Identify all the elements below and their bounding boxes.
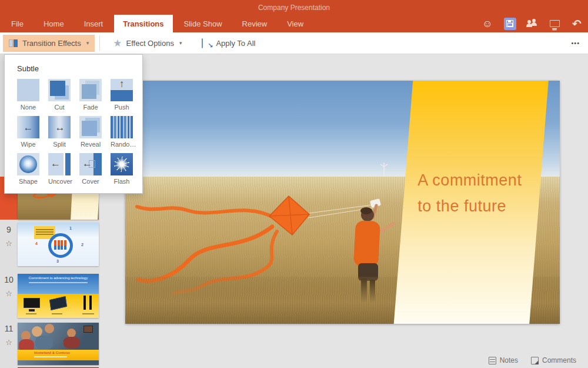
apply-to-all-button[interactable]: ↘ Apply To All — [196, 35, 261, 52]
slide-thumbnail-9[interactable]: 1 4 2 3 — [18, 223, 99, 266]
star-icon: ★ — [113, 37, 122, 49]
slide-thumbnail-10[interactable]: Commitment to advancing technology — [18, 274, 99, 318]
transition-cut-icon — [48, 79, 71, 101]
transition-uncover-icon: ← — [48, 153, 71, 175]
thumb-banner-text: Homeland & Contoso — [34, 351, 70, 354]
transition-group-label: Subtle — [17, 64, 142, 73]
statusbar: Notes Comments — [489, 356, 576, 364]
slide-number: 11 — [0, 324, 18, 333]
ribbon-divider — [99, 35, 100, 51]
present-display-icon[interactable] — [548, 17, 561, 30]
undo-icon[interactable]: ↶ — [570, 17, 583, 30]
chevron-down-icon: ▾ — [179, 40, 182, 46]
ribbon-tabbar: File Home Insert Transitions Slide Show … — [0, 15, 588, 32]
kite — [269, 196, 309, 235]
smiley-icon[interactable]: ☺ — [481, 17, 494, 30]
speaker-art — [89, 296, 92, 310]
titlebar: Company Presentation — [0, 0, 588, 15]
comments-icon — [531, 357, 539, 364]
transition-none-icon — [17, 79, 39, 101]
transition-random-bars-icon — [111, 116, 133, 138]
notes-label: Notes — [500, 356, 518, 364]
transition-random-bars[interactable]: Rando… — [111, 116, 133, 148]
tab-view[interactable]: View — [278, 15, 312, 32]
apply-to-all-icon: ↘ — [202, 39, 212, 47]
slide-11-number-column: 11 ☆ — [0, 324, 18, 347]
slide-heading[interactable]: A commitment to the future — [417, 167, 522, 219]
effect-options-label: Effect Options — [126, 39, 174, 48]
transition-fade-icon — [79, 79, 102, 101]
slide-heading-line1: A commitment — [417, 167, 522, 193]
tab-slideshow[interactable]: Slide Show — [175, 15, 231, 32]
share-people-icon[interactable] — [526, 17, 539, 30]
speaker-art — [83, 296, 86, 310]
transition-none[interactable]: None — [17, 79, 39, 111]
slide-10-number-column: 10 ☆ — [0, 275, 18, 298]
effect-options-button[interactable]: ★ Effect Options ▾ — [107, 35, 188, 52]
comments-label: Comments — [542, 356, 576, 364]
thumb-title: Commitment to advancing technology — [18, 276, 99, 280]
tab-transitions[interactable]: Transitions — [114, 15, 172, 32]
transitions-dropdown-panel: Subtle None Cut Fade ↑ Push ← — [4, 54, 143, 194]
transition-uncover[interactable]: ← Uncover — [48, 153, 71, 185]
comments-button[interactable]: Comments — [531, 356, 576, 364]
tv-art — [49, 296, 67, 310]
notes-button[interactable]: Notes — [489, 356, 518, 364]
transition-effects-label: Transition Effects — [22, 39, 81, 48]
apply-to-all-label: Apply To All — [216, 39, 255, 48]
tab-home[interactable]: Home — [35, 15, 73, 32]
notes-icon — [489, 357, 496, 364]
transition-star-icon: ☆ — [0, 289, 18, 298]
transition-split[interactable]: ↔ Split — [48, 116, 71, 148]
transition-fade[interactable]: Fade — [79, 79, 102, 111]
transition-wipe[interactable]: ← Wipe — [17, 116, 39, 148]
tv-art — [24, 298, 40, 308]
transition-shape[interactable]: Shape — [17, 153, 39, 185]
slide-thumbnail-11[interactable]: Homeland & Contoso — [18, 323, 99, 365]
tab-file[interactable]: File — [2, 15, 32, 32]
transition-split-icon: ↔ — [48, 116, 71, 138]
tab-review[interactable]: Review — [233, 15, 276, 32]
transition-flash[interactable]: Flash — [111, 153, 133, 185]
transition-push[interactable]: ↑ Push — [111, 79, 133, 111]
transition-cover[interactable]: ← Cover — [79, 153, 102, 185]
transition-flash-icon — [111, 153, 133, 175]
transition-push-icon: ↑ — [111, 79, 133, 101]
save-icon[interactable] — [503, 17, 516, 30]
editing-canvas: A commitment to the future Notes Comment… — [100, 54, 588, 368]
current-slide[interactable]: A commitment to the future — [125, 81, 560, 324]
slide-number: 10 — [0, 275, 18, 284]
transition-effects-icon — [9, 39, 18, 48]
transition-star-icon: ☆ — [0, 338, 18, 347]
transition-tile-grid: None Cut Fade ↑ Push ← Wipe ↔ — [17, 79, 142, 185]
chevron-down-icon: ▾ — [86, 40, 89, 46]
slide-9-number-column: 9 ☆ — [0, 225, 18, 248]
transition-star-icon: ☆ — [0, 239, 18, 248]
document-title: Company Presentation — [258, 4, 330, 12]
transition-effects-button[interactable]: Transition Effects ▾ — [3, 35, 95, 52]
transition-reveal[interactable]: Reveal — [79, 116, 102, 148]
transition-cut[interactable]: Cut — [48, 79, 71, 111]
titlebar-icon-group: ☺ ↶ — [481, 15, 583, 32]
powerpoint-window: Company Presentation File Home Insert Tr… — [0, 0, 588, 368]
transition-reveal-icon — [79, 116, 102, 138]
transition-shape-icon — [17, 153, 39, 175]
transition-wipe-icon: ← — [17, 116, 39, 138]
transition-cover-icon: ← — [79, 153, 102, 175]
slide-number: 9 — [0, 225, 18, 234]
picture-frame-art — [83, 326, 93, 333]
tab-insert[interactable]: Insert — [75, 15, 112, 32]
ribbon: Transition Effects ▾ ★ Effect Options ▾ … — [0, 32, 588, 54]
slide-heading-line2: to the future — [417, 193, 522, 219]
thumb-banner: Homeland & Contoso — [18, 350, 99, 360]
ribbon-more-button[interactable]: ••• — [571, 39, 580, 47]
